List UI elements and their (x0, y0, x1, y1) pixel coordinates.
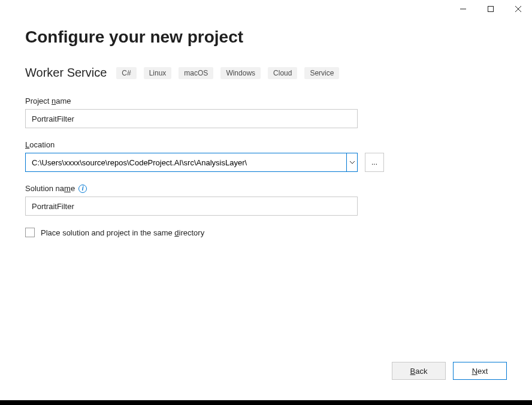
close-icon (515, 6, 521, 12)
template-tag: macOS (179, 67, 213, 79)
svg-rect-1 (488, 7, 494, 12)
project-name-label: Project name (25, 96, 507, 105)
same-directory-label: Place solution and project in the same d… (41, 228, 204, 237)
info-icon[interactable]: i (78, 185, 87, 193)
same-directory-row: Place solution and project in the same d… (25, 228, 507, 237)
project-name-block: Project name (25, 96, 507, 128)
dialog-content: Configure your new project Worker Servic… (0, 0, 532, 237)
maximize-icon (488, 6, 494, 12)
dialog-footer: Back Next (392, 362, 507, 380)
back-button[interactable]: Back (392, 362, 446, 380)
project-name-input[interactable] (25, 109, 358, 128)
template-tag: C# (116, 67, 136, 79)
location-input[interactable] (26, 153, 346, 171)
location-label: Location (25, 140, 507, 149)
close-button[interactable] (504, 0, 532, 18)
same-directory-checkbox[interactable] (25, 228, 35, 237)
location-dropdown-button[interactable] (346, 153, 357, 171)
minimize-icon (460, 6, 466, 12)
template-name: Worker Service (25, 66, 107, 80)
template-row: Worker Service C# Linux macOS Windows Cl… (25, 66, 507, 80)
minimize-button[interactable] (449, 0, 477, 18)
bottom-bar (0, 400, 532, 405)
solution-name-label: Solution name i (25, 184, 507, 193)
template-tag: Cloud (268, 67, 297, 79)
maximize-button[interactable] (477, 0, 504, 18)
solution-name-input[interactable] (25, 197, 358, 216)
browse-label: ... (371, 158, 377, 167)
browse-button[interactable]: ... (365, 153, 384, 172)
page-title: Configure your new project (25, 28, 507, 47)
template-tag: Linux (144, 67, 172, 79)
template-tag: Service (304, 67, 339, 79)
window-titlebar (449, 0, 532, 18)
template-tag: Windows (220, 67, 261, 79)
chevron-down-icon (350, 161, 355, 164)
next-button[interactable]: Next (453, 362, 507, 380)
solution-name-block: Solution name i (25, 184, 507, 216)
location-row: ... (25, 153, 507, 172)
location-combo (25, 153, 358, 172)
location-block: Location ... (25, 140, 507, 172)
